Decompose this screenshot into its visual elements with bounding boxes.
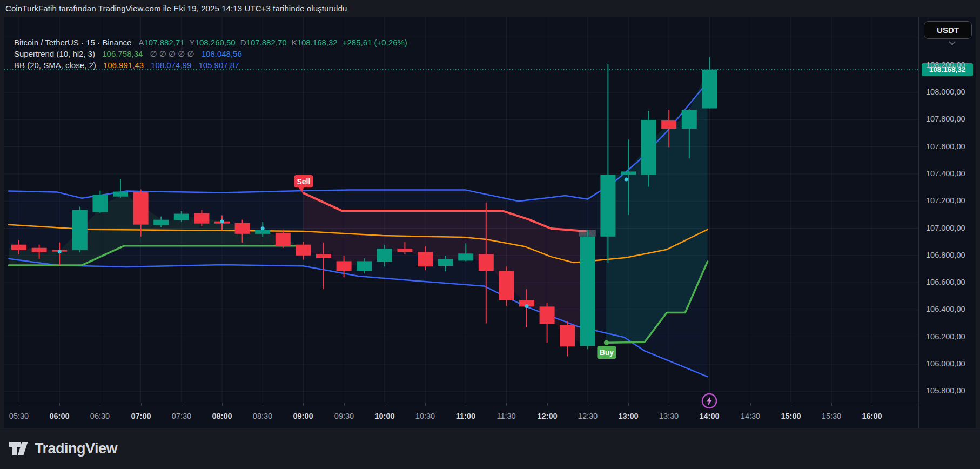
supertrend-value: 106.758,34 — [102, 49, 143, 58]
candle-body — [682, 110, 697, 129]
candle-body — [377, 249, 392, 262]
candle-body — [661, 120, 676, 129]
candle-body — [72, 210, 88, 250]
time-axis-tick — [750, 403, 751, 406]
time-axis-tick — [791, 403, 791, 406]
time-axis-tick — [100, 403, 100, 406]
time-axis-label: 12:30 — [578, 412, 598, 420]
time-axis-tick — [303, 403, 304, 406]
time-axis-tick — [19, 403, 19, 406]
time-axis-label: 13:30 — [659, 412, 679, 420]
bb-basis-value: 106.991,43 — [103, 61, 144, 70]
candle-body — [32, 248, 47, 252]
chart-pane[interactable]: Sell Buy Bitcoin / TetherUS · 15 · Binan… — [4, 17, 918, 403]
price-axis-label: 105.800,00 — [926, 386, 965, 395]
currency-toggle-button[interactable]: USDT — [924, 21, 972, 39]
time-axis-label: 14:30 — [741, 412, 760, 420]
time-axis-tick — [466, 403, 466, 406]
ohlc-key: Y — [190, 38, 195, 47]
candle-body — [702, 70, 717, 109]
time-axis-tick — [141, 403, 142, 406]
time-axis-tick — [263, 403, 263, 406]
candle-body — [276, 233, 291, 246]
candle-body — [458, 253, 473, 260]
price-axis[interactable]: 108.168,32 108.200,00108.000,00107.800,0… — [918, 17, 976, 428]
time-axis-tick — [182, 403, 182, 406]
time-axis-label: 13:00 — [618, 412, 638, 420]
price-axis-label: 106.400,00 — [926, 305, 965, 313]
time-axis-tick — [547, 403, 548, 406]
ohlc-key: K — [292, 38, 297, 47]
change-value: +285,61 (+0,26%) — [343, 38, 407, 47]
price-axis-label: 107.000,00 — [926, 224, 965, 232]
price-axis-label: 106.800,00 — [926, 251, 965, 259]
ohlc-value: 108.168,32 — [297, 38, 338, 47]
time-axis-tick — [385, 403, 385, 406]
time-axis-tick — [344, 403, 345, 406]
footer-bar: TradingView — [0, 428, 980, 469]
marker-dot — [220, 219, 224, 223]
price-axis-label: 107.800,00 — [926, 115, 965, 123]
time-axis-label: 09:30 — [334, 412, 354, 420]
time-axis-tick — [222, 403, 223, 406]
symbol-title: Bitcoin / TetherUS · 15 · Binance — [14, 38, 131, 47]
marker-dot — [58, 250, 62, 253]
candle-body — [113, 192, 128, 197]
candle-body — [194, 213, 209, 224]
price-axis-label: 107.600,00 — [926, 142, 965, 151]
candle-body — [316, 254, 331, 258]
time-axis-label: 10:30 — [415, 412, 435, 420]
candlestick-plot[interactable]: Sell Buy — [4, 17, 918, 403]
time-axis-label: 16:00 — [862, 412, 882, 420]
candle-body — [235, 223, 250, 234]
attribution-bar: CoinTurkFatih tarafından TradingView.com… — [0, 0, 980, 17]
candle-body — [418, 252, 433, 266]
candle-body — [479, 254, 494, 271]
candle-body — [174, 214, 189, 220]
ohlc-value: 107.882,70 — [246, 38, 287, 47]
candle-body — [357, 261, 372, 271]
time-axis-label: 11:00 — [456, 412, 475, 420]
price-axis-label: 108.000,00 — [926, 88, 965, 96]
legend-bb-row[interactable]: BB (20, SMA, close, 2) 106.991,43 108.07… — [14, 60, 407, 71]
ohlc-value: 107.882,71 — [144, 38, 185, 47]
price-axis-label: 106.000,00 — [926, 359, 965, 368]
time-axis-label: 08:00 — [212, 412, 232, 420]
ohlc-key: D — [240, 38, 246, 47]
candle-body — [560, 325, 575, 346]
time-axis-label: 05:30 — [9, 412, 29, 420]
time-axis-label: 15:30 — [822, 412, 841, 420]
time-axis-label: 09:00 — [293, 412, 313, 420]
marker-dot — [261, 226, 265, 230]
candle-body — [133, 192, 149, 225]
price-axis-label: 107.200,00 — [926, 196, 965, 205]
candle-body — [11, 245, 26, 250]
price-axis-label: 107.400,00 — [926, 169, 965, 178]
candle-body — [153, 220, 169, 225]
time-axis-label: 07:30 — [172, 412, 191, 420]
time-axis[interactable]: 05:3006:0006:3007:0007:3008:0008:3009:00… — [4, 403, 918, 428]
bb-lower-value: 105.907,87 — [198, 61, 239, 70]
supertrend-empty-values: ∅ ∅ ∅ ∅ ∅ — [150, 49, 194, 58]
candle-body — [641, 120, 656, 175]
time-axis-tick — [831, 403, 832, 406]
price-axis-label: 108.200,00 — [926, 61, 965, 69]
legend-supertrend-row[interactable]: Supertrend (10, hl2, 3) 106.758,34 ∅ ∅ ∅… — [14, 49, 407, 59]
time-axis-label: 08:30 — [253, 412, 272, 420]
time-axis-label: 12:00 — [537, 412, 557, 420]
time-axis-tick — [872, 403, 872, 406]
ohlc-values: A107.882,71Y108.260,50D107.882,70K108.16… — [134, 38, 407, 47]
time-axis-label: 07:00 — [131, 412, 151, 420]
candle-body — [540, 306, 555, 324]
flash-icon — [701, 392, 718, 410]
time-axis-tick — [59, 403, 60, 406]
time-axis-label: 06:30 — [90, 412, 110, 420]
time-axis-label: 14:00 — [699, 412, 719, 420]
candle-body — [397, 249, 412, 252]
time-axis-label: 06:00 — [49, 412, 69, 420]
ohlc-key: A — [139, 38, 144, 47]
candle-body — [337, 261, 352, 271]
legend-symbol-row[interactable]: Bitcoin / TetherUS · 15 · Binance A107.8… — [14, 37, 407, 48]
bb-label: BB (20, SMA, close, 2) — [14, 61, 96, 70]
tradingview-logo[interactable]: TradingView — [9, 440, 117, 457]
